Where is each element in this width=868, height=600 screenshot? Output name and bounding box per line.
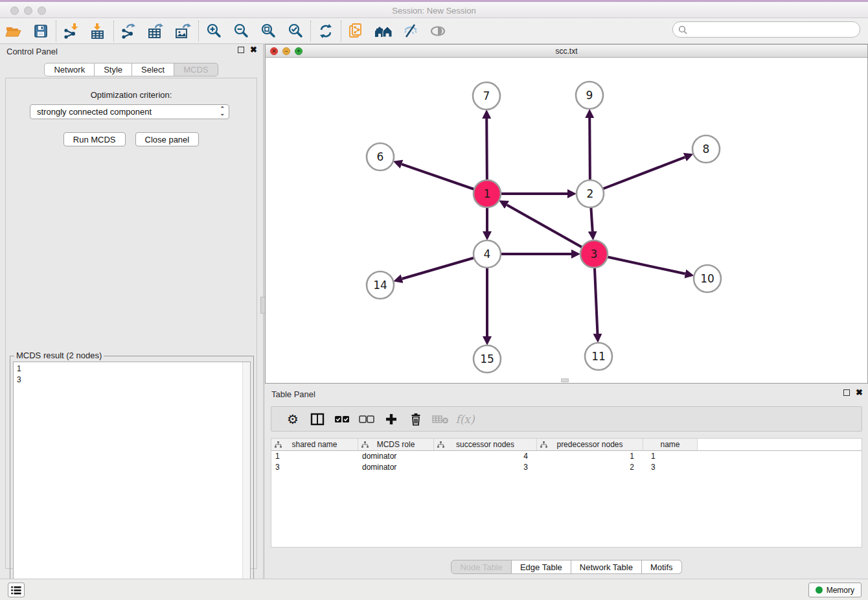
svg-text:14: 14 [373, 279, 387, 292]
tab-style[interactable]: Style [95, 63, 132, 76]
network-window-titlebar[interactable]: ✕ − + scc.txt [266, 45, 867, 58]
tab-network[interactable]: Network [44, 63, 95, 76]
graph-node-8[interactable]: 8 [692, 135, 720, 163]
tab-edge-table[interactable]: Edge Table [512, 560, 571, 574]
graph-node-14[interactable]: 14 [367, 271, 394, 299]
float-panel-icon[interactable] [238, 47, 244, 53]
zoom-out-icon[interactable] [227, 20, 255, 42]
graph-node-3[interactable]: 3 [580, 240, 608, 268]
mcds-result-text[interactable]: 1 3 [13, 362, 251, 595]
column-header-predecessor-nodes[interactable]: predecessor nodes [537, 439, 643, 450]
graph-node-6[interactable]: 6 [367, 143, 394, 170]
close-table-panel-icon[interactable]: ✖ [856, 389, 863, 396]
run-mcds-button[interactable]: Run MCDS [63, 132, 126, 146]
zoom-selected-icon[interactable] [282, 20, 309, 42]
cell-successor-nodes[interactable]: 4 [434, 451, 537, 462]
save-icon[interactable] [27, 20, 54, 42]
tab-motifs[interactable]: Motifs [642, 560, 682, 574]
memory-button-label: Memory [827, 586, 854, 595]
search-input[interactable] [691, 23, 860, 36]
deselect-all-columns-icon[interactable] [354, 409, 379, 430]
table-settings-gear-icon[interactable]: ⚙ [280, 409, 305, 430]
tab-network-table[interactable]: Network Table [571, 560, 642, 574]
result-scrollbar[interactable] [242, 362, 250, 595]
svg-text:15: 15 [480, 352, 494, 365]
select-stepper-icon: ⌃⌄ [220, 106, 225, 116]
svg-text:1: 1 [484, 187, 491, 200]
export-network-icon[interactable] [115, 20, 143, 42]
cell-name[interactable]: 1 [643, 451, 698, 462]
cell-predecessor-nodes[interactable]: 1 [537, 451, 643, 462]
mcds-result-line: 3 [17, 375, 247, 386]
zoom-fit-icon[interactable] [255, 20, 282, 42]
cell-shared-name[interactable]: 3 [271, 462, 358, 473]
main-toolbar [0, 18, 868, 44]
column-header-name[interactable]: name [643, 439, 698, 450]
application-window: Session: New Session [0, 0, 868, 600]
search-field[interactable] [672, 21, 860, 38]
graph-edge-2-8[interactable] [590, 157, 685, 194]
column-header-successor-nodes[interactable]: successor nodes [434, 439, 537, 450]
select-all-columns-icon[interactable] [330, 409, 354, 430]
export-image-icon[interactable] [170, 20, 197, 42]
graph-node-2[interactable]: 2 [577, 180, 604, 207]
table-panel-title: Table Panel [271, 389, 315, 399]
close-panel-button[interactable]: Close panel [135, 132, 200, 146]
node-table: shared name MCDS role successor nodes pr… [271, 438, 862, 548]
panel-splitter[interactable] [262, 44, 264, 579]
graph-node-15[interactable]: 15 [474, 345, 501, 373]
zoom-in-icon[interactable] [200, 20, 227, 42]
refresh-icon[interactable] [312, 20, 339, 42]
column-header-shared-name[interactable]: shared name [271, 439, 358, 450]
memory-button[interactable]: Memory [808, 583, 862, 597]
show-all-icon[interactable] [424, 20, 451, 42]
graph-node-1[interactable]: 1 [474, 180, 501, 207]
network-from-selection-icon[interactable] [343, 20, 370, 42]
table-row[interactable]: 3 dominator 3 2 3 [271, 462, 862, 473]
cell-successor-nodes[interactable]: 3 [434, 462, 537, 473]
import-network-icon[interactable] [58, 20, 85, 42]
svg-text:9: 9 [586, 89, 593, 102]
graph-node-10[interactable]: 10 [694, 265, 721, 292]
graph-node-11[interactable]: 11 [585, 343, 612, 370]
window-titlebar: Session: New Session [0, 0, 868, 18]
network-canvas[interactable]: 7968124314101511 [266, 58, 867, 383]
cell-mcds-role[interactable]: dominator [358, 451, 434, 462]
table-row[interactable]: 1 dominator 4 1 1 [271, 451, 862, 462]
column-header-mcds-role[interactable]: MCDS role [358, 439, 434, 450]
table-panel: Table Panel ✖ ⚙ [265, 387, 868, 579]
tab-mcds[interactable]: MCDS [174, 63, 218, 76]
task-history-button[interactable] [8, 583, 25, 597]
optimization-select-value: strongly connected component [37, 107, 152, 117]
close-panel-icon[interactable]: ✖ [250, 47, 257, 53]
column-type-icon [540, 441, 547, 448]
delete-table-icon[interactable] [428, 409, 453, 430]
first-neighbors-icon[interactable] [370, 20, 397, 42]
open-folder-icon[interactable] [0, 20, 27, 42]
add-column-icon[interactable] [379, 409, 404, 430]
graph-node-9[interactable]: 9 [576, 82, 603, 109]
hide-selected-icon[interactable] [397, 20, 424, 42]
network-view-window: ✕ − + scc.txt 7968124314101511 [265, 44, 868, 384]
svg-text:10: 10 [700, 272, 714, 285]
cell-name[interactable]: 3 [643, 462, 698, 473]
canvas-scrollbar-handle[interactable] [561, 378, 569, 382]
tab-node-table[interactable]: Node Table [451, 560, 512, 574]
optimization-select[interactable]: strongly connected component ⌃⌄ [30, 104, 229, 119]
toolbar-separator [310, 21, 311, 41]
graph-node-4[interactable]: 4 [474, 240, 501, 268]
delete-column-icon[interactable] [404, 409, 428, 430]
toolbar-separator [56, 21, 56, 41]
function-builder-icon[interactable]: f(x) [453, 409, 477, 430]
import-table-icon[interactable] [85, 20, 112, 42]
graph-node-7[interactable]: 7 [473, 82, 500, 110]
export-table-icon[interactable] [143, 20, 170, 42]
cell-shared-name[interactable]: 1 [271, 451, 358, 462]
cell-mcds-role[interactable]: dominator [358, 462, 434, 473]
cell-predecessor-nodes[interactable]: 2 [537, 462, 643, 473]
tab-select[interactable]: Select [132, 63, 174, 76]
float-table-panel-icon[interactable] [843, 389, 850, 396]
memory-status-icon [816, 586, 823, 594]
split-columns-icon[interactable] [305, 409, 330, 430]
graph-edge-3-1[interactable] [507, 205, 594, 254]
